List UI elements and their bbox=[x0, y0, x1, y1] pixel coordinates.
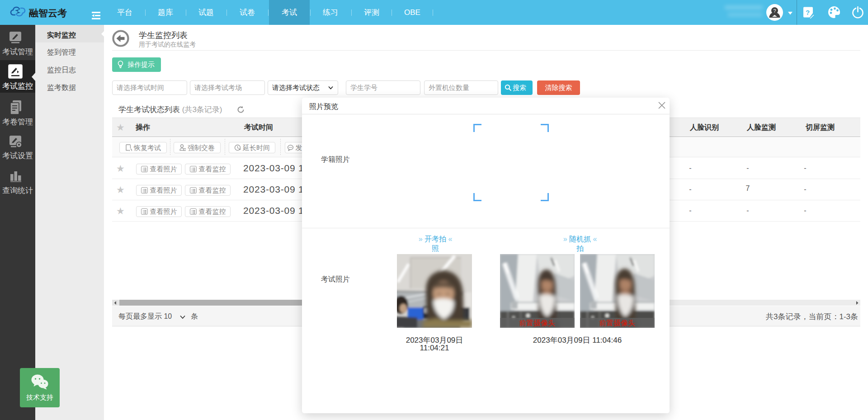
svg-text:?: ? bbox=[773, 8, 776, 14]
svg-text:?: ? bbox=[806, 9, 810, 16]
svg-text:前置摄像头: 前置摄像头 bbox=[519, 319, 555, 327]
svg-text:前置摄像头: 前置摄像头 bbox=[599, 319, 635, 327]
